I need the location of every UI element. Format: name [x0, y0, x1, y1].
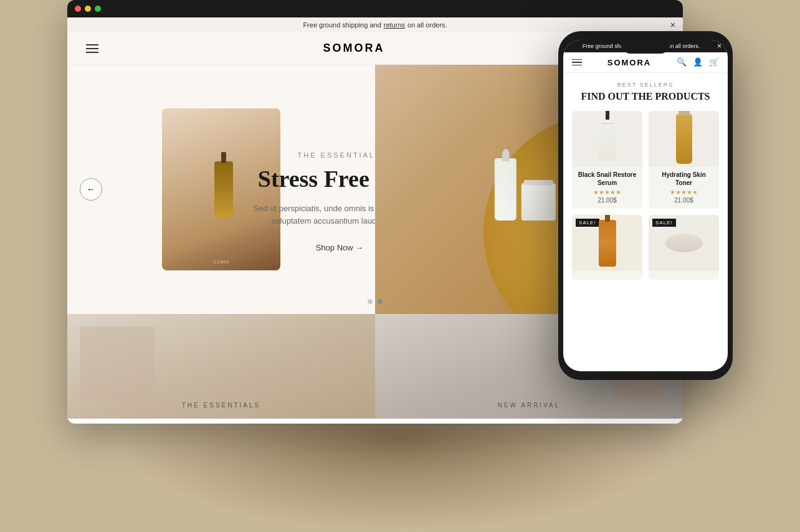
jar-lid	[524, 180, 553, 185]
browser-topbar	[67, 0, 683, 17]
hero-dot-1[interactable]	[368, 299, 373, 304]
mobile-site-logo[interactable]: SOMORA	[607, 58, 652, 67]
hero-left-panel: ← C1000 THE ESSENTIALS Stress Free Skin …	[67, 65, 375, 314]
announcement-text: Free ground shipping and	[303, 21, 381, 29]
mobile-cart-icon[interactable]: 🛒	[709, 57, 719, 67]
essentials-panel[interactable]: THE ESSENTIALS	[67, 314, 375, 419]
hero-serum-bottle	[495, 158, 517, 221]
hamburger-line-3	[86, 52, 98, 53]
hero-dots-nav	[368, 299, 383, 304]
announcement-bar: Free ground shipping and returns on all …	[67, 17, 683, 32]
hamburger-menu-button[interactable]	[86, 44, 98, 53]
product-2-name: Hydrating Skin Toner	[654, 171, 714, 187]
mobile-menu-line-1	[572, 59, 582, 60]
hero-shop-now-button[interactable]: Shop Now →	[316, 243, 364, 252]
product-1-stars: ★★★★★	[577, 189, 637, 196]
mobile-nav-icons: 🔍 👤 🛒	[677, 57, 719, 67]
browser-close-dot[interactable]	[75, 6, 81, 12]
product-2-stars: ★★★★★	[654, 189, 714, 196]
mobile-product-info-2: Hydrating Skin Toner ★★★★★ 21.00$	[649, 167, 719, 209]
sale-badge-3: SALE!	[576, 219, 599, 227]
mobile-product-img-4: SALE!	[649, 215, 719, 271]
mobile-content-area: BEST SELLERS FIND OUT THE PRODUCTS Black…	[563, 73, 728, 361]
mobile-product-card-3[interactable]: SALE!	[572, 215, 642, 280]
hero-cream-jar	[521, 183, 556, 221]
mobile-announcement-text-after: on all orders.	[667, 43, 700, 49]
sale-bottle-img-1	[599, 220, 616, 267]
mobile-device-mockup: Free ground shipping and returns on all …	[558, 31, 733, 380]
browser-maximize-dot[interactable]	[95, 6, 101, 12]
mobile-product-info-3	[572, 271, 642, 280]
mobile-screen: Free ground shipping and returns on all …	[563, 40, 728, 371]
mobile-product-info-4	[649, 271, 719, 280]
mobile-product-img-2	[649, 111, 719, 167]
sale-badge-4: SALE!	[652, 219, 676, 227]
essentials-panel-label: THE ESSENTIALS	[182, 402, 260, 409]
hero-prev-button[interactable]: ←	[80, 178, 102, 201]
mobile-product-info-1: Black Snail Restore Serum ★★★★★ 21.00$	[572, 167, 642, 209]
mobile-best-sellers-title: FIND OUT THE PRODUCTS	[572, 90, 719, 102]
mobile-search-icon[interactable]: 🔍	[677, 57, 687, 67]
mobile-best-sellers-label: BEST SELLERS	[572, 82, 719, 88]
mobile-announcement-close[interactable]: ×	[717, 42, 721, 50]
announcement-text-after: on all orders.	[407, 21, 447, 29]
browser-minimize-dot[interactable]	[85, 6, 91, 12]
mobile-nav: SOMORA 🔍 👤 🛒	[563, 52, 728, 73]
product-1-price: 21.00$	[577, 197, 637, 204]
mobile-menu-line-2	[572, 62, 582, 63]
mobile-product-card-2[interactable]: Hydrating Skin Toner ★★★★★ 21.00$	[649, 111, 719, 209]
mobile-product-img-1	[572, 111, 642, 167]
mobile-menu-line-3	[572, 65, 582, 66]
hamburger-line-1	[86, 44, 98, 45]
announcement-close-button[interactable]: ×	[670, 20, 675, 30]
mobile-product-grid: Black Snail Restore Serum ★★★★★ 21.00$ H…	[572, 111, 719, 280]
hamburger-line-2	[86, 48, 98, 49]
serum-bottle-img	[599, 117, 616, 161]
announcement-returns-link[interactable]: returns	[384, 21, 405, 29]
hero-dot-2[interactable]	[378, 299, 383, 304]
product-2-price: 21.00$	[654, 197, 714, 204]
mobile-product-img-3: SALE!	[572, 215, 642, 271]
mobile-account-icon[interactable]: 👤	[693, 57, 703, 67]
product-1-name: Black Snail Restore Serum	[577, 171, 637, 187]
sale-cream-jar-img	[665, 234, 703, 252]
mobile-hamburger-button[interactable]	[572, 59, 582, 66]
site-logo[interactable]: SOMORA	[323, 42, 385, 55]
hero-subtitle: THE ESSENTIALS	[298, 151, 382, 159]
mobile-product-card-1[interactable]: Black Snail Restore Serum ★★★★★ 21.00$	[572, 111, 642, 209]
new-arrival-panel-label: NEW ARRIVAL	[498, 402, 561, 409]
mobile-product-card-4[interactable]: SALE!	[649, 215, 719, 280]
mobile-notch	[621, 40, 670, 54]
toner-bottle-img	[676, 114, 692, 164]
